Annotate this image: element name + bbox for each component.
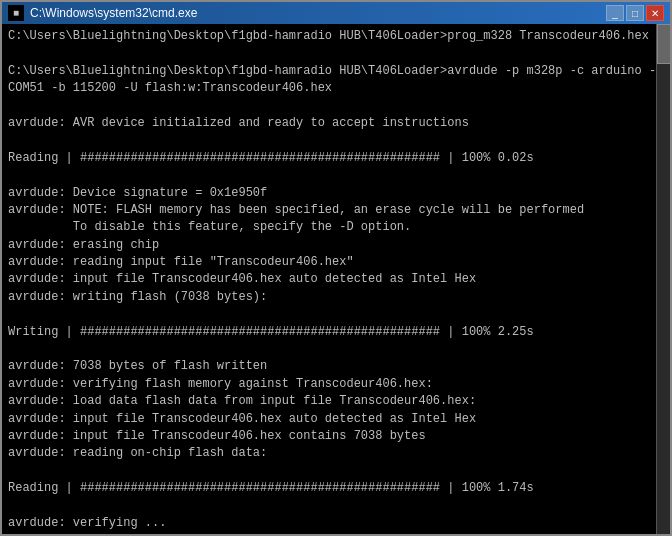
console-output: C:\Users\Bluelightning\Desktop\f1gbd-ham… [8,28,664,534]
maximize-button[interactable]: □ [626,5,644,21]
minimize-button[interactable]: _ [606,5,624,21]
title-bar: ■ C:\Windows\system32\cmd.exe _ □ ✕ [2,2,670,24]
cmd-window: ■ C:\Windows\system32\cmd.exe _ □ ✕ C:\U… [0,0,672,536]
title-bar-buttons: _ □ ✕ [606,5,664,21]
close-button[interactable]: ✕ [646,5,664,21]
title-bar-left: ■ C:\Windows\system32\cmd.exe [8,5,197,21]
cmd-icon: ■ [8,5,24,21]
console-area: C:\Users\Bluelightning\Desktop\f1gbd-ham… [2,24,670,534]
scrollbar[interactable] [656,24,670,534]
window-title: C:\Windows\system32\cmd.exe [30,6,197,20]
scrollbar-thumb[interactable] [657,24,670,64]
